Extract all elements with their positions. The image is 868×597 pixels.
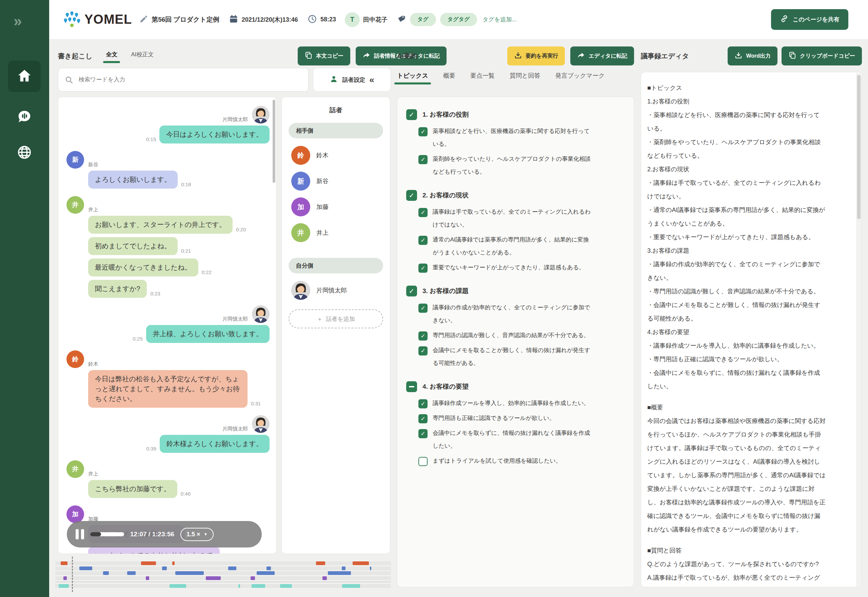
speaker-settings-button[interactable]: 話者設定 « (313, 68, 391, 92)
sidebar-item-home[interactable] (8, 61, 41, 92)
checked-checkbox[interactable]: ✓ (418, 236, 428, 245)
bubble-row: よろしくお願いします。0:18 (67, 171, 270, 189)
tab-full-text[interactable]: 全文 (106, 50, 117, 62)
timeline-segment (59, 584, 69, 588)
ai-summary-tabs: トピックス 概要 要点一覧 質問と回答 発言ブックマーク (397, 71, 605, 83)
checked-checkbox[interactable]: ✓ (406, 109, 417, 120)
checklist-item-text: 重要でないキーワードが上がってきたり、課題感もある。 (433, 261, 585, 274)
speaker-avatar[interactable]: 加 (67, 505, 84, 523)
speaker-list-item[interactable]: 新新谷 (291, 172, 383, 191)
copy-body-button[interactable]: 本文コピー (298, 46, 350, 65)
chat-bubble[interactable]: 初めましてでしたよね。 (88, 237, 178, 255)
speaker-avatar[interactable]: 鈴 (67, 350, 84, 368)
checked-checkbox[interactable]: ✓ (418, 127, 428, 137)
speaker-avatar[interactable]: 井 (67, 460, 84, 478)
timeline-track[interactable] (55, 584, 391, 588)
checked-checkbox[interactable]: ✓ (418, 304, 428, 313)
playback-speed-dropdown[interactable]: 1.5 × ▼ (181, 528, 213, 541)
clipboard-copy-button[interactable]: クリップボードコピー (782, 46, 862, 65)
sidebar-item-language[interactable] (8, 137, 41, 169)
tab-q-and-a[interactable]: 質問と回答 (510, 71, 540, 83)
speaker-name: 片岡慎太郎 (316, 286, 347, 294)
collapse-panel-icon[interactable]: « (369, 75, 374, 84)
expand-sidebar-icon[interactable]: » (13, 13, 22, 28)
checklist-item: ✓議事録作成ツールを導入し、効率的に議事録を作成したい。 (418, 397, 625, 410)
message-header: 加加藤 (67, 505, 270, 523)
checked-checkbox[interactable]: ✓ (418, 264, 428, 273)
tab-overview[interactable]: 概要 (443, 71, 455, 83)
checked-checkbox[interactable]: ✓ (418, 208, 428, 217)
indeterminate-checkbox[interactable] (406, 381, 417, 392)
user-photo-avatar[interactable] (252, 305, 270, 323)
share-page-button[interactable]: このページを共有 (771, 9, 848, 30)
pause-button[interactable] (76, 529, 84, 539)
speaker-list-item[interactable]: 加加藤 (291, 198, 383, 217)
sidebar: » (0, 0, 49, 597)
chat-bubble[interactable]: お願いします、スターライトの井上です。 (88, 216, 233, 234)
editor-scrollbar[interactable] (857, 75, 861, 219)
tab-key-points[interactable]: 要点一覧 (470, 71, 495, 83)
chat-bubble[interactable]: いつもメールでのやりとりだったので (88, 547, 220, 554)
word-export-button[interactable]: Word出力 (727, 46, 778, 65)
checked-checkbox[interactable]: ✓ (406, 190, 417, 201)
sidebar-item-recordings[interactable] (8, 102, 41, 133)
search-input[interactable] (58, 68, 308, 92)
user-photo-avatar[interactable] (291, 281, 310, 300)
link-icon (780, 14, 789, 25)
chat-bubble[interactable]: 今日は弊社の松谷も入る予定なんですが、ちょっと遅れてまして、すみません。もう少々… (88, 370, 247, 408)
tag-pill[interactable]: タグタグ (440, 13, 477, 26)
checked-checkbox[interactable]: ✓ (406, 286, 417, 297)
checked-checkbox[interactable]: ✓ (418, 346, 428, 355)
checked-checkbox[interactable]: ✓ (418, 331, 428, 340)
editor-content[interactable]: ■トピックス1.お客様の役割・薬事相談などを行い、医療機器の薬事に関する応対を行… (647, 81, 826, 584)
editor-line: 2.お客様の現状 (647, 162, 826, 176)
chat-bubble[interactable]: 鈴木様よろしくお願いします。 (160, 435, 270, 453)
chat-bubble[interactable]: よろしくお願いします。 (88, 171, 178, 189)
user-photo-avatar[interactable] (252, 106, 270, 123)
seek-slider[interactable] (90, 532, 124, 536)
home-icon (16, 68, 32, 85)
tab-ai-proofread[interactable]: AI校正文 (131, 50, 154, 62)
add-tag-link[interactable]: タグを追加... (483, 16, 516, 24)
timeline-track[interactable] (55, 566, 391, 570)
checked-checkbox[interactable]: ✓ (418, 399, 428, 408)
tab-bookmarks[interactable]: 発言ブックマーク (555, 71, 605, 83)
tag-pill[interactable]: タグ (410, 13, 436, 26)
speaker-avatar[interactable]: 新 (67, 151, 84, 169)
checklist-item-text: 会議中にメモを取ることが難しく、情報の抜け漏れが発生する可能性がある。 (433, 344, 592, 370)
speaker-avatar[interactable]: 井 (67, 196, 84, 214)
add-speaker-button[interactable]: ＋ 話者を追加 (289, 309, 383, 328)
message-header: 井井上 (67, 196, 270, 214)
user-photo-avatar[interactable] (252, 415, 270, 433)
speakers-title: 話者 (289, 106, 383, 115)
seek-knob[interactable] (90, 532, 101, 536)
tab-topics[interactable]: トピックス (397, 71, 428, 83)
chat-bubble[interactable]: こちら弊社の加藤です。 (88, 480, 177, 498)
chat-bubble[interactable]: 井上様、よろしくお願い致します。 (146, 325, 270, 343)
speaker-name: 片岡慎太郎 (222, 316, 248, 323)
chat-bubble[interactable]: 最近暖かくなってきましたね。 (88, 258, 198, 276)
speaker-list-item[interactable]: 井井上 (291, 223, 383, 242)
speaker-list-item[interactable]: 片岡慎太郎 (291, 281, 383, 300)
rerun-summary-button[interactable]: 要約を再実行 (507, 46, 565, 65)
unchecked-checkbox[interactable] (418, 457, 428, 466)
yomel-logo[interactable]: YOMEL (63, 10, 132, 29)
checked-checkbox[interactable]: ✓ (418, 155, 428, 164)
checked-checkbox[interactable]: ✓ (418, 429, 428, 438)
yomel-logo-text: YOMEL (84, 12, 132, 27)
checklist-section-title: 1. お客様の役割 (422, 110, 469, 119)
transcript-scrollbar[interactable] (273, 100, 276, 183)
checked-checkbox[interactable]: ✓ (418, 414, 428, 423)
checklist-section-header: ✓1. お客様の役割 (406, 109, 625, 120)
chat-bubble[interactable]: 聞こえますか? (88, 280, 147, 298)
summary-to-editor-button[interactable]: エディタに転記 (570, 46, 634, 65)
chat-bubble[interactable]: 今日はよろしくお願いします。 (159, 126, 270, 144)
minutes-editor-panel: ■トピックス1.お客様の役割・薬事相談などを行い、医療機器の薬事に関する応対を行… (641, 72, 862, 587)
timeline-track[interactable] (55, 571, 391, 575)
checklist-item-text: 薬剤師をやっていたり、ヘルスケアプロダクトの事業化相談なども行っている。 (433, 153, 592, 178)
timeline-track[interactable] (55, 576, 391, 580)
speaker-list-item[interactable]: 鈴鈴木 (291, 146, 383, 165)
timeline-track[interactable] (55, 561, 391, 565)
summary-to-editor-label: エディタに転記 (589, 53, 627, 60)
edit-title-icon[interactable] (139, 15, 148, 25)
